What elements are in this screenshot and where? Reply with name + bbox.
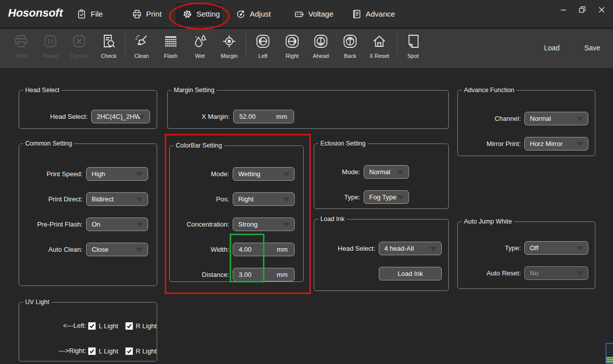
menu-item-advance[interactable]: Advance xyxy=(352,0,395,28)
menu-item-label: Advance xyxy=(366,10,395,18)
chevron-down-icon xyxy=(136,172,143,177)
load-ink-head-dropdown[interactable]: 4 head-All xyxy=(379,242,442,255)
toolbar-cancel-button: Cancel xyxy=(65,31,93,65)
uv-right-label: --->Right: xyxy=(19,346,86,355)
app-logo: Hosonsoft xyxy=(8,7,63,20)
toolbar-clean-button[interactable]: Clean xyxy=(127,31,156,65)
menu-item-label: File xyxy=(91,10,103,18)
restore-button[interactable] xyxy=(575,3,589,16)
uv-right-r-checkbox[interactable] xyxy=(125,347,133,355)
channel-label: Channel: xyxy=(458,112,521,125)
menu-item-voltage[interactable]: Voltage xyxy=(294,0,333,28)
auto-reset-label: Auto Reset: xyxy=(458,266,521,280)
toolbar-print-button: Print xyxy=(7,31,35,65)
panel-title: UV Light xyxy=(23,299,51,306)
print-speed-label: Print Speed: xyxy=(19,167,83,181)
print-icon xyxy=(13,31,30,52)
toolbar-back-button[interactable]: Back xyxy=(336,31,364,65)
menu-bar: Hosonsoft File Print xyxy=(0,0,613,29)
uv-left-l-checkbox[interactable] xyxy=(88,322,96,330)
toolbar-right-button[interactable]: Right xyxy=(278,31,306,65)
adjust-dial-icon xyxy=(236,9,246,19)
toolbar-left-button[interactable]: Left xyxy=(249,31,277,65)
print-direct-dropdown[interactable]: Bidirect xyxy=(86,192,148,206)
common-setting-panel: Common Setting Print Speed: High Print D… xyxy=(19,140,157,286)
broom-icon xyxy=(133,31,150,52)
uv-right-row: L Light R Light xyxy=(88,346,164,355)
chevron-down-icon xyxy=(576,246,583,251)
menu-item-file[interactable]: File xyxy=(77,0,103,28)
margin-setting-panel: Margin Setting X Margin: 52.00 mm xyxy=(167,87,449,129)
head-select-dropdown[interactable]: 2HC(4C)_2HW xyxy=(91,110,150,123)
chevron-down-icon xyxy=(397,170,404,175)
panel-title: Advance Function xyxy=(462,87,516,94)
check-document-icon xyxy=(100,31,117,52)
jump-type-dropdown[interactable]: Off xyxy=(524,241,588,255)
chevron-down-icon xyxy=(576,117,583,121)
load-button[interactable]: Load xyxy=(544,44,560,52)
eclosion-mode-label: Mode: xyxy=(314,165,360,179)
chevron-down-icon xyxy=(136,223,143,227)
x-margin-input[interactable]: 52.00 mm xyxy=(233,110,294,123)
chevron-down-icon xyxy=(430,247,437,251)
toolbar-wet-button[interactable]: Wet xyxy=(186,31,214,65)
document-icon xyxy=(352,9,362,19)
toolbar: Print Pause Cancel Check xyxy=(0,29,613,68)
menu-item-print[interactable]: Print xyxy=(132,0,162,28)
chevron-down-icon xyxy=(576,271,583,276)
eclosion-type-dropdown[interactable]: Fog Type xyxy=(364,190,409,204)
advance-function-panel: Advance Function Channel: Normal Mirror … xyxy=(457,87,595,156)
battery-icon xyxy=(294,9,304,19)
head-select-panel: Head Select Head Select: 2HC(4C)_2HW xyxy=(19,87,157,129)
auto-clean-label: Auto Clean: xyxy=(19,243,83,256)
unit-label: mm xyxy=(276,113,287,120)
chevron-down-icon xyxy=(397,195,404,200)
print-direct-label: Print Direct: xyxy=(19,192,83,206)
print-speed-dropdown[interactable]: High xyxy=(86,167,148,181)
arrow-left-icon xyxy=(254,31,271,52)
auto-reset-dropdown[interactable]: No xyxy=(524,266,588,280)
preprint-flash-dropdown[interactable]: On xyxy=(86,217,148,231)
toolbar-flash-button[interactable]: Flash xyxy=(157,31,185,65)
pause-icon xyxy=(42,31,59,52)
panel-title: Load Ink xyxy=(318,215,347,223)
uv-right-l-checkbox[interactable] xyxy=(88,347,96,355)
toolbar-ahead-button[interactable]: Ahead xyxy=(307,31,335,65)
toolbar-separator xyxy=(246,33,246,57)
corner-scroll-widget[interactable] xyxy=(605,343,613,364)
channel-dropdown[interactable]: Normal xyxy=(524,112,588,125)
toolbar-separator xyxy=(397,33,397,57)
uv-left-label: <---Left: xyxy=(19,321,86,330)
load-ink-panel: Load Ink Head Select: 4 head-All Load In… xyxy=(314,215,449,291)
hosonsoft-window: Hosonsoft File Print xyxy=(0,0,613,364)
crosshair-target-icon xyxy=(221,31,238,52)
uv-left-r-checkbox[interactable] xyxy=(125,322,133,330)
toolbar-xreset-button[interactable]: X Reset xyxy=(365,31,393,65)
page-fold-icon xyxy=(404,31,422,52)
chevron-down-icon xyxy=(136,248,143,252)
auto-clean-dropdown[interactable]: Close xyxy=(86,243,148,256)
green-annotation-box xyxy=(230,234,264,282)
toolbar-spot-button[interactable]: Spot xyxy=(399,31,427,65)
toolbar-check-button[interactable]: Check xyxy=(95,31,123,65)
close-icon[interactable] xyxy=(594,3,608,16)
save-button[interactable]: Save xyxy=(584,44,600,52)
menu-item-label: Voltage xyxy=(308,10,333,18)
corner-widget-green-stripes xyxy=(606,357,613,363)
chevron-down-icon xyxy=(576,142,583,147)
minimize-button[interactable] xyxy=(556,3,570,16)
load-ink-button[interactable]: Load Ink xyxy=(379,267,442,280)
toolbar-margin-button[interactable]: Margin xyxy=(215,31,243,65)
arrow-up-icon xyxy=(342,31,359,52)
preprint-flash-label: Pre-Print Flash: xyxy=(19,217,83,231)
head-select-label: Head Select: xyxy=(19,110,88,123)
mirror-print-label: Mirror Print: xyxy=(458,137,521,151)
mirror-print-dropdown[interactable]: Horz Mirror xyxy=(524,137,588,151)
toolbar-pause-button: Pause xyxy=(36,31,64,65)
auto-jump-white-panel: Auto Jump White Type: Off Auto Reset: No xyxy=(457,218,595,289)
chevron-down-icon xyxy=(136,197,143,202)
eclosion-mode-dropdown[interactable]: Normal xyxy=(364,165,409,179)
menu-item-adjust[interactable]: Adjust xyxy=(236,0,271,28)
clipboard-icon xyxy=(77,9,87,19)
eclosion-setting-panel: Eclosion Setting Mode: Normal Type: Fog … xyxy=(314,140,449,209)
